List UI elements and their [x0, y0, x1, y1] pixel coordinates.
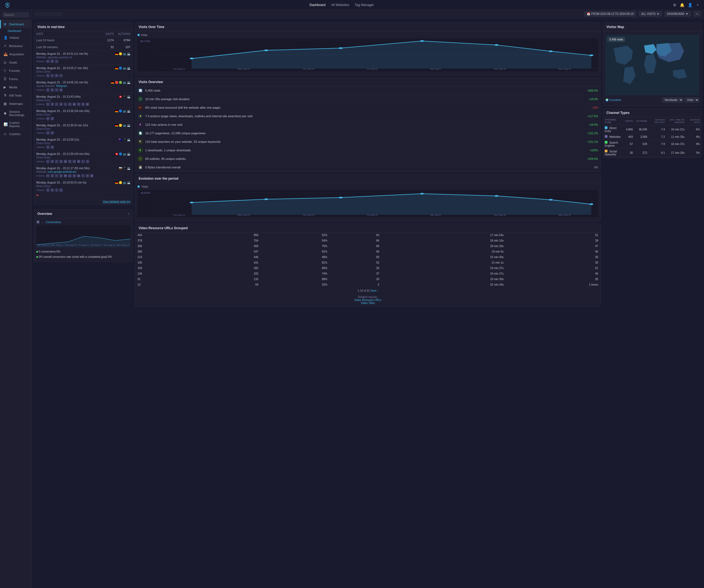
breadcrumb-bar — [35, 12, 62, 16]
col-channel-type: CHANNEL TYPE — [603, 117, 624, 125]
sidebar-item-heatmaps[interactable]: ▦ Heatmaps — [0, 100, 32, 108]
video-row-7-c4: 26 — [330, 266, 382, 271]
nav-dashboard[interactable]: Dashboard — [309, 3, 326, 7]
related-link-2[interactable]: Video Titles — [137, 302, 599, 305]
video-row-2-c5: 18 min 16s — [382, 238, 506, 244]
visit-ref-9[interactable]: com.google.android.am — [48, 170, 77, 173]
sidebar-label-crashes: Crashes — [9, 132, 20, 136]
sidebar-item-funnels[interactable]: ▽ Funnels — [0, 67, 32, 75]
evolution-body: Visits 400 — [135, 183, 600, 221]
table-row: 443 856 52% 63 17 min 54s 51 — [135, 232, 600, 238]
table-row: Monday, August 19, - 15:10:50 (5 min 5s)… — [34, 179, 132, 198]
action-icon-10d: ◫ — [59, 189, 63, 192]
overview-conversions-link[interactable]: Conversions — [46, 221, 61, 224]
table-row: Monday, August 19, - 15:11:50 (44 min 54… — [34, 151, 132, 165]
action-icon-8j: ⊡ — [86, 160, 89, 163]
col-visits: VISITS — [624, 117, 635, 125]
actions-label-10: Actions: — [36, 189, 45, 192]
visit-flags-6: 🇩🇪 🟡 📺 💻 — [115, 124, 130, 127]
related-link-1[interactable]: Video Resource URLs — [137, 299, 599, 302]
svg-point-13 — [589, 54, 593, 56]
table-row: Monday, August 19, - 15:14:05 (31 min 9s… — [34, 79, 132, 94]
action-icon-3c: ↑ — [55, 88, 58, 92]
related-label: Related reports: — [358, 296, 377, 299]
red-indicator — [36, 195, 39, 196]
sidebar-item-session-recordings[interactable]: ⏺ Session Recordings — [0, 108, 32, 119]
sidebar-item-media[interactable]: ▶ Media — [0, 83, 32, 91]
view-detailed-container: View detailed visits log — [34, 198, 132, 205]
overview-body: ⊞ → Conversions Tue, Aug 13 Mon, Aug 14 … — [34, 218, 132, 262]
action-icon-4f: ⊡ — [68, 103, 71, 106]
action-icon-7b: ⊡ — [51, 146, 54, 149]
countries-link[interactable]: 🌍 Countries — [605, 99, 621, 102]
search-input[interactable] — [2, 12, 29, 17]
visit-ref-3[interactable]: Telegram — [56, 85, 67, 88]
sidebar-item-crashes[interactable]: ⚠ Crashes — [0, 130, 32, 138]
action-icon-6a: ≡ — [46, 131, 50, 135]
svg-text:400: 400 — [140, 192, 151, 194]
video-pagination: 1-10 of 61 Next › — [135, 287, 600, 294]
settings-icon[interactable]: ⚙ — [673, 3, 677, 7]
video-row-8-c5: 19 min 27s — [382, 271, 506, 276]
overview-header: Overview › — [34, 210, 132, 218]
filter-button[interactable]: ALL VISITS ▼ — [639, 11, 662, 16]
table-row: Monday, August 19, - 15:14:25 (7 min 18s… — [34, 65, 132, 79]
visit-datetime-8: Monday, August 19, - 15:11:50 (44 min 54… — [36, 152, 90, 155]
video-row-9-c4: 20 — [330, 276, 382, 282]
action-icon-4e: ↑ — [64, 103, 67, 106]
summary-24h-visits: 1174 — [100, 39, 114, 42]
region-select[interactable]: Worldwide — [662, 97, 683, 103]
video-row-4-c4: 69 — [330, 249, 382, 255]
action-icon-9h: ▦ — [77, 174, 80, 177]
visit-datetime-3: Monday, August 19, - 15:14:05 (31 min 9s… — [36, 81, 88, 84]
sidebar-item-forms[interactable]: ☰ Forms — [0, 75, 32, 83]
view-detailed-link[interactable]: View detailed visits log — [103, 200, 130, 203]
visits-overview-card: Visits Overview 📈 5,456 visits +689.0% ⏱… — [135, 77, 601, 172]
date-range-button[interactable]: 📅 FROM 2024-08-13 TO 2024-08-19 — [584, 11, 636, 16]
visit-actions-row-long: Actions: ≡ ⊡ ⋯ ◈ ↑ ⊡ ▣ ◫ ⊞ ▦ — [36, 103, 130, 106]
nav-tag-manager[interactable]: Tag Manager — [355, 3, 374, 7]
action-icon-9j: ⊡ — [86, 174, 89, 177]
sidebar-item-goals[interactable]: ◎ Goals — [0, 58, 32, 67]
sidebar-item-ab-tests[interactable]: ⚗ A/B Tests — [0, 91, 32, 100]
stat-icon-pageviews: 📄 — [137, 130, 143, 136]
goals-icon: ◎ — [4, 60, 7, 64]
channel-row-1-bounce: 6% — [686, 125, 702, 134]
metric-select[interactable]: Visits — [685, 97, 699, 103]
stat-change-bounce: -12% — [592, 106, 598, 109]
svg-marker-6 — [192, 41, 591, 68]
video-row-9-c3: 68% — [260, 276, 330, 282]
action-icon-3d: ◈ — [59, 88, 63, 92]
video-row-4-c3: 52% — [260, 249, 330, 255]
channel-row-4-bounce: 3% — [686, 149, 702, 157]
evolution-legend-label: Visits — [141, 185, 148, 188]
session-recordings-icon: ⏺ — [4, 111, 7, 115]
sidebar-item-dashboard[interactable]: ⊞ Dashboard — [0, 20, 32, 28]
video-row-1-c2: 856 — [198, 232, 261, 238]
top-nav: Dashboard All Websites Tag Manager ⚙ 🔔 👤… — [0, 0, 704, 10]
action-icon-1c: ⋯ — [55, 60, 58, 63]
view-button[interactable]: DASHBOARD ▼ — [665, 11, 691, 16]
sidebar-item-behaviour[interactable]: ↗ Behaviour — [0, 42, 32, 50]
sidebar-item-acquisition[interactable]: 📥 Acquisition — [0, 50, 32, 58]
col-date: DATE — [36, 33, 100, 36]
video-card: Video Resource URLs Grouped 443 856 52% … — [135, 224, 601, 307]
stat-text-duration: 10 min 30s average visit duration — [145, 97, 587, 101]
visit-flags-9: 🇧🇬 📱 💻 — [119, 167, 130, 170]
visit-datetime-4: Monday, August 19, - 15:13:43 (44s) — [36, 95, 80, 98]
table-row: Search Engines 67 529 7.9 10 min 37s 4% — [603, 140, 702, 149]
sidebar-item-custom-reports[interactable]: 📊 Custom Reports — [0, 119, 32, 130]
sidebar-sub-dashboard[interactable]: Dashboard — [0, 28, 32, 34]
pagination-next[interactable]: Next › — [371, 289, 378, 292]
stat-change-visits: +689.0% — [587, 89, 598, 92]
video-row-2-c3: 54% — [260, 238, 330, 244]
stat-row-bytes: 💾 0 Bytes transferred overall 0% — [135, 163, 600, 172]
collapse-button[interactable]: ⤡ — [694, 11, 701, 16]
collapse-icon: ⤡ — [696, 12, 698, 15]
bell-icon[interactable]: 🔔 — [680, 3, 685, 7]
nav-all-websites[interactable]: All Websites — [331, 3, 349, 7]
user-icon[interactable]: 👤 — [688, 3, 693, 7]
action-icon-7a: ≡ — [46, 146, 50, 149]
plus-icon[interactable]: ＋ — [696, 2, 700, 7]
sidebar-item-visitors[interactable]: 👤 Visitors — [0, 34, 32, 42]
